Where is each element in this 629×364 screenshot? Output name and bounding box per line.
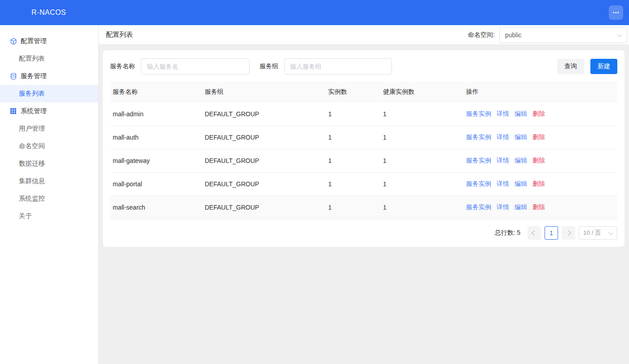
- cell-instances: 1: [325, 126, 380, 149]
- service-table: 服务名称服务组实例数健康实例数操作 mall-adminDEFAULT_GROU…: [110, 82, 617, 219]
- sidebar-item-group[interactable]: 服务管理: [0, 67, 98, 85]
- action-instances-link[interactable]: 服务实例: [466, 110, 491, 117]
- chevron-left-icon: [532, 230, 537, 235]
- action-instances-link[interactable]: 服务实例: [466, 203, 491, 211]
- prev-page-button[interactable]: [528, 226, 541, 240]
- create-button[interactable]: 新建: [590, 59, 617, 74]
- cell-group: DEFAULT_GROUP: [202, 149, 325, 172]
- sidebar-item-link[interactable]: 数据迁移: [0, 155, 98, 172]
- cell-actions: 服务实例详情编辑删除: [463, 196, 617, 219]
- more-menu-button[interactable]: [609, 5, 623, 20]
- subheader: 配置列表 命名空间: public: [99, 25, 629, 45]
- sidebar-item-group[interactable]: 系统管理: [0, 102, 98, 120]
- cell-name: mall-auth: [110, 126, 202, 149]
- total-rows-label: 总行数: 5: [494, 229, 520, 237]
- sidebar-item-label: 数据迁移: [19, 159, 45, 168]
- sidebar: 配置管理配置列表服务管理服务列表系统管理用户管理命名空间数据迁移集群信息系统监控…: [0, 25, 99, 364]
- action-edit-link[interactable]: 编辑: [515, 180, 527, 187]
- service-list-card: 服务名称 服务组 查询 新建 服务名称服务组实例数健康实例数操作 mall-ad…: [103, 50, 625, 247]
- chevron-down-icon: [608, 229, 613, 234]
- sidebar-item-link[interactable]: 配置列表: [0, 50, 98, 67]
- action-detail-link[interactable]: 详情: [497, 203, 509, 211]
- cell-healthy: 1: [380, 172, 463, 196]
- ellipsis-icon: [612, 9, 620, 17]
- sidebar-item-label: 关于: [19, 212, 32, 220]
- sidebar-item-link[interactable]: 集群信息: [0, 172, 98, 190]
- action-instances-link[interactable]: 服务实例: [466, 180, 491, 187]
- cell-healthy: 1: [380, 149, 463, 172]
- cube-icon: [10, 38, 17, 45]
- action-delete-link[interactable]: 删除: [532, 110, 545, 117]
- table-header-row: 服务名称服务组实例数健康实例数操作: [110, 82, 617, 102]
- cell-healthy: 1: [380, 126, 463, 149]
- service-name-input[interactable]: [141, 58, 250, 75]
- sidebar-item-link[interactable]: 命名空间: [0, 137, 98, 155]
- top-header: R-NACOS: [0, 0, 629, 25]
- action-edit-link[interactable]: 编辑: [515, 203, 527, 211]
- column-header: 服务名称: [110, 82, 202, 102]
- service-group-input[interactable]: [284, 58, 392, 75]
- cell-group: DEFAULT_GROUP: [202, 196, 325, 219]
- action-delete-link[interactable]: 删除: [532, 133, 545, 140]
- sidebar-item-link[interactable]: 关于: [0, 207, 98, 225]
- cell-healthy: 1: [380, 102, 463, 126]
- sidebar-item-label: 服务管理: [21, 72, 47, 80]
- service-group-label: 服务组: [260, 62, 278, 70]
- sidebar-item-link[interactable]: 用户管理: [0, 120, 98, 137]
- cell-healthy: 1: [380, 196, 463, 219]
- sidebar-item-label: 用户管理: [19, 124, 45, 133]
- cell-group: DEFAULT_GROUP: [202, 102, 325, 126]
- action-detail-link[interactable]: 详情: [497, 133, 509, 140]
- action-edit-link[interactable]: 编辑: [515, 133, 527, 140]
- action-delete-link[interactable]: 删除: [532, 203, 545, 211]
- search-toolbar: 服务名称 服务组 查询 新建: [110, 58, 617, 75]
- pagination: 总行数: 5 1 10 / 页: [110, 226, 617, 240]
- column-header: 健康实例数: [380, 82, 463, 102]
- app-root: R-NACOS 配置管理配置列表服务管理服务列表系统管理用户管理命名空间数据迁移…: [0, 0, 629, 364]
- chevron-down-icon: [617, 31, 622, 36]
- cell-name: mall-search: [110, 196, 202, 219]
- next-page-button[interactable]: [562, 226, 575, 240]
- action-instances-link[interactable]: 服务实例: [466, 157, 491, 164]
- database-icon: [10, 73, 17, 80]
- table-row: mall-portalDEFAULT_GROUP11服务实例详情编辑删除: [110, 172, 617, 196]
- table-row: mall-searchDEFAULT_GROUP11服务实例详情编辑删除: [110, 196, 617, 219]
- namespace-select[interactable]: public: [499, 27, 627, 43]
- cell-group: DEFAULT_GROUP: [202, 172, 325, 196]
- service-name-label: 服务名称: [110, 62, 135, 70]
- grid-icon: [10, 108, 17, 115]
- page-size-select[interactable]: 10 / 页: [579, 226, 617, 240]
- namespace-selected-value: public: [505, 31, 522, 39]
- table-row: mall-gatewayDEFAULT_GROUP11服务实例详情编辑删除: [110, 149, 617, 172]
- namespace-group: 命名空间: public: [468, 27, 627, 43]
- action-delete-link[interactable]: 删除: [532, 157, 545, 164]
- body-layout: 配置管理配置列表服务管理服务列表系统管理用户管理命名空间数据迁移集群信息系统监控…: [0, 25, 629, 364]
- page-size-value: 10 / 页: [583, 229, 601, 237]
- cell-actions: 服务实例详情编辑删除: [463, 172, 617, 196]
- chevron-right-icon: [566, 230, 571, 235]
- cell-actions: 服务实例详情编辑删除: [463, 102, 617, 126]
- cell-group: DEFAULT_GROUP: [202, 126, 325, 149]
- sidebar-item-link[interactable]: 系统监控: [0, 190, 98, 207]
- current-page-button[interactable]: 1: [545, 226, 558, 240]
- cell-name: mall-gateway: [110, 149, 202, 172]
- app-title: R-NACOS: [31, 9, 66, 17]
- sidebar-item-label: 配置管理: [21, 37, 47, 45]
- sidebar-item-link[interactable]: 服务列表: [0, 85, 98, 102]
- action-instances-link[interactable]: 服务实例: [466, 133, 491, 140]
- action-delete-link[interactable]: 删除: [532, 180, 545, 187]
- table-row: mall-authDEFAULT_GROUP11服务实例详情编辑删除: [110, 126, 617, 149]
- query-button[interactable]: 查询: [557, 59, 584, 74]
- action-detail-link[interactable]: 详情: [497, 110, 509, 117]
- action-edit-link[interactable]: 编辑: [515, 157, 527, 164]
- action-detail-link[interactable]: 详情: [497, 157, 509, 164]
- action-edit-link[interactable]: 编辑: [515, 110, 527, 117]
- sidebar-item-group[interactable]: 配置管理: [0, 32, 98, 50]
- cell-actions: 服务实例详情编辑删除: [463, 149, 617, 172]
- namespace-label: 命名空间:: [468, 31, 495, 39]
- sidebar-item-label: 系统管理: [21, 107, 47, 115]
- cell-name: mall-admin: [110, 102, 202, 126]
- sidebar-item-label: 服务列表: [19, 89, 45, 98]
- action-detail-link[interactable]: 详情: [497, 180, 509, 187]
- cell-instances: 1: [325, 102, 380, 126]
